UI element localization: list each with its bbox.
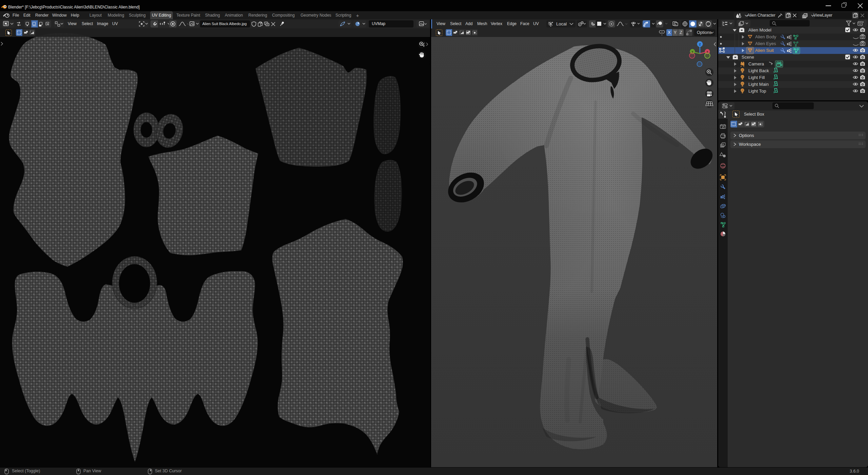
svg-text:Z: Z [699,43,701,46]
svg-text:Light Back: Light Back [748,68,769,73]
svg-text:Light Main: Light Main [748,82,769,87]
svg-text:Light Fill: Light Fill [748,75,765,80]
svg-text:Light Top: Light Top [748,88,766,94]
